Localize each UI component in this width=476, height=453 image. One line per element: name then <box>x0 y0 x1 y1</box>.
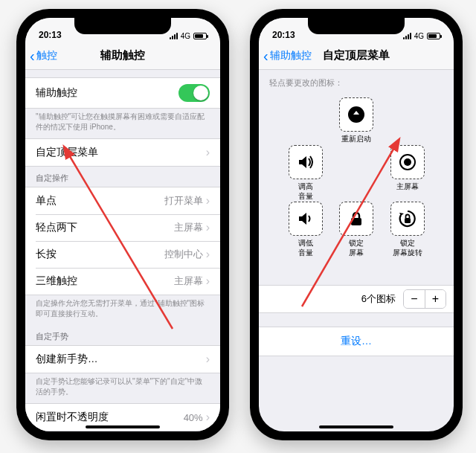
home-icon <box>398 152 417 172</box>
create-gesture-label: 创建新手势… <box>36 353 98 366</box>
custom-actions-footer: 自定操作允许您无需打开菜单，通过"辅助触控"图标即可直接接行互动。 <box>25 295 220 325</box>
icon-count-stepper[interactable]: − + <box>403 289 446 309</box>
icon-rotation-lock-label: 锁定 屏幕旋转 <box>387 239 428 257</box>
icon-volume-up[interactable]: 调高 音量 <box>285 145 327 201</box>
home-indicator[interactable] <box>86 425 160 428</box>
icon-grid: 重新启动 调高 音量 主屏幕 调低 音量 <box>259 91 454 263</box>
long-press-value: 控制中心 <box>164 248 203 261</box>
chevron-right-icon: › <box>206 146 210 159</box>
svg-rect-5 <box>405 218 411 223</box>
status-network: 4G <box>181 32 190 40</box>
status-network: 4G <box>414 32 424 40</box>
icon-lock-screen[interactable]: 锁定 屏幕 <box>335 202 377 257</box>
home-indicator[interactable] <box>319 425 393 428</box>
stepper-plus-button[interactable]: + <box>425 290 446 308</box>
icon-restart[interactable]: 重新启动 <box>335 97 377 144</box>
single-tap-row[interactable]: 单点 打开菜单› <box>25 187 220 214</box>
assistive-touch-footer: "辅助触控"可让您在触摸屏幕有困难或需要自适应配件的情况下使用 iPhone。 <box>25 109 220 138</box>
3d-touch-value: 主屏幕 <box>174 274 203 288</box>
icon-volume-down-label: 调低 音量 <box>285 239 327 257</box>
notch <box>308 18 405 34</box>
customize-content: 轻点要更改的图标： 重新启动 调高 音量 主屏幕 <box>259 70 454 431</box>
back-button[interactable]: ‹ 触控 <box>30 42 57 69</box>
icon-home-label: 主屏幕 <box>387 182 428 192</box>
nav-bar: ‹ 辅助触控 自定顶层菜单 <box>259 42 454 70</box>
icon-count-label: 6个图标 <box>361 292 396 306</box>
volume-up-icon <box>296 152 315 172</box>
icon-restart-label: 重新启动 <box>335 135 377 144</box>
idle-opacity-value: 40% <box>184 412 203 423</box>
signal-icon <box>403 33 411 39</box>
custom-gestures-footer: 自定手势让您能够记录可以从"菜单"下的"自定"中激活的手势。 <box>25 373 220 403</box>
customize-top-menu-label: 自定顶层菜单 <box>36 146 98 159</box>
back-button[interactable]: ‹ 辅助触控 <box>263 42 312 69</box>
icon-home[interactable]: 主屏幕 <box>387 145 428 192</box>
chevron-right-icon: › <box>206 194 210 208</box>
double-tap-row[interactable]: 轻点两下 主屏幕› <box>25 214 220 241</box>
restart-icon <box>347 105 366 124</box>
single-tap-label: 单点 <box>36 194 57 208</box>
idle-opacity-label: 闲置时不透明度 <box>36 411 109 424</box>
icon-lock-screen-label: 锁定 屏幕 <box>335 239 377 257</box>
long-press-row[interactable]: 长按 控制中心› <box>25 241 220 268</box>
3d-touch-label: 三维触控 <box>36 274 77 288</box>
single-tap-value: 打开菜单 <box>164 194 203 208</box>
svg-point-3 <box>404 158 411 166</box>
chevron-right-icon: › <box>206 221 210 234</box>
assistive-touch-toggle-row[interactable]: 辅助触控 <box>25 78 220 108</box>
chevron-right-icon: › <box>206 274 210 288</box>
notch <box>74 18 171 34</box>
double-tap-label: 轻点两下 <box>36 221 77 234</box>
signal-icon <box>170 33 178 39</box>
volume-down-icon <box>296 209 315 228</box>
stepper-minus-button[interactable]: − <box>404 290 425 308</box>
icon-volume-up-label: 调高 音量 <box>285 182 327 201</box>
phone-left: 20:13 4G ‹ 触控 辅助触控 辅助触控 <box>16 9 229 440</box>
toggle-on-icon[interactable] <box>178 84 210 102</box>
3d-touch-row[interactable]: 三维触控 主屏幕› <box>25 268 220 295</box>
back-label: 触控 <box>36 49 57 62</box>
lock-icon <box>347 209 366 228</box>
nav-bar: ‹ 触控 辅助触控 <box>25 42 220 70</box>
rotation-lock-icon <box>398 209 417 228</box>
double-tap-value: 主屏幕 <box>174 221 203 234</box>
instruction-caption: 轻点要更改的图标： <box>259 70 454 91</box>
chevron-right-icon: › <box>206 353 210 366</box>
section-custom-actions: 自定操作 <box>25 167 220 187</box>
create-gesture-row[interactable]: 创建新手势… › <box>25 346 220 373</box>
settings-content: 辅助触控 "辅助触控"可让您在触摸屏幕有困难或需要自适应配件的情况下使用 iPh… <box>25 70 220 431</box>
back-label: 辅助触控 <box>270 49 312 62</box>
chevron-right-icon: › <box>206 248 210 261</box>
phone-right: 20:13 4G ‹ 辅助触控 自定顶层菜单 轻点要更改的图标： <box>250 9 463 440</box>
assistive-touch-label: 辅助触控 <box>36 86 77 100</box>
icon-volume-down[interactable]: 调低 音量 <box>285 202 327 257</box>
long-press-label: 长按 <box>36 248 57 261</box>
icon-rotation-lock[interactable]: 锁定 屏幕旋转 <box>387 202 428 257</box>
section-custom-gestures: 自定手势 <box>25 325 220 345</box>
reset-button[interactable]: 重设… <box>259 327 454 356</box>
chevron-left-icon: ‹ <box>263 48 268 63</box>
chevron-left-icon: ‹ <box>30 48 35 63</box>
svg-rect-4 <box>351 218 361 225</box>
icon-count-row: 6个图标 − + <box>259 285 454 313</box>
battery-icon <box>427 33 440 39</box>
page-title: 自定顶层菜单 <box>323 48 390 62</box>
status-time: 20:13 <box>39 30 62 40</box>
page-title: 辅助触控 <box>100 48 145 62</box>
chevron-right-icon: › <box>206 411 210 424</box>
customize-top-menu-row[interactable]: 自定顶层菜单 › <box>25 139 220 166</box>
battery-icon <box>193 33 207 39</box>
status-time: 20:13 <box>272 30 295 40</box>
reset-label: 重设… <box>341 335 372 347</box>
